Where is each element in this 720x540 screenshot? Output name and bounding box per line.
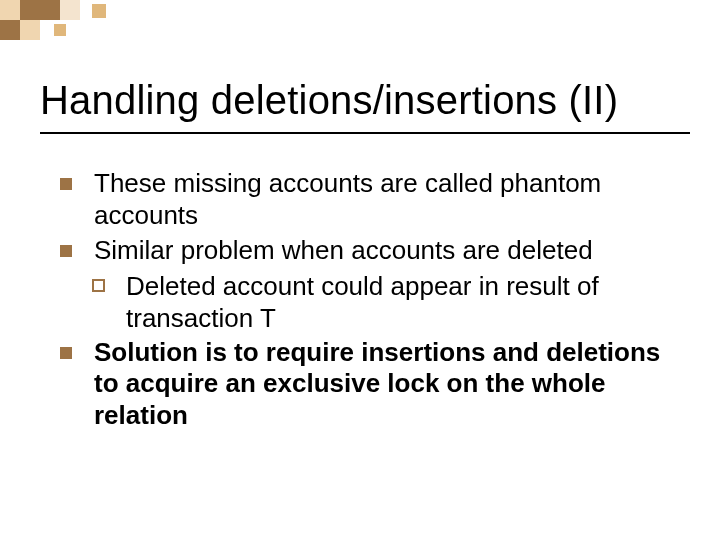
sub-bullet-text: Deleted account could appear in result o… (126, 271, 599, 333)
slide: Handling deletions/insertions (II) These… (0, 0, 720, 540)
square-bullet-icon (60, 347, 72, 359)
corner-decoration (0, 0, 180, 40)
title-underline (40, 132, 690, 134)
deco-square-icon (20, 0, 40, 20)
sub-bullet-item: Deleted account could appear in result o… (92, 271, 670, 334)
deco-square-icon (54, 24, 66, 36)
bullet-item: These missing accounts are called phanto… (60, 168, 670, 231)
bullet-item: Solution is to require insertions and de… (60, 337, 670, 432)
deco-square-icon (0, 20, 20, 40)
bullet-text: These missing accounts are called phanto… (94, 168, 601, 230)
square-bullet-icon (60, 178, 72, 190)
slide-body: These missing accounts are called phanto… (60, 168, 670, 436)
square-bullet-icon (60, 245, 72, 257)
deco-square-icon (20, 20, 40, 40)
deco-square-icon (0, 0, 20, 20)
bullet-text: Solution is to require insertions and de… (94, 337, 660, 430)
hollow-square-bullet-icon (92, 279, 105, 292)
slide-title: Handling deletions/insertions (II) (40, 78, 680, 123)
bullet-text: Similar problem when accounts are delete… (94, 235, 593, 265)
deco-square-icon (60, 0, 80, 20)
deco-square-icon (40, 0, 60, 20)
bullet-item: Similar problem when accounts are delete… (60, 235, 670, 267)
deco-square-icon (92, 4, 106, 18)
